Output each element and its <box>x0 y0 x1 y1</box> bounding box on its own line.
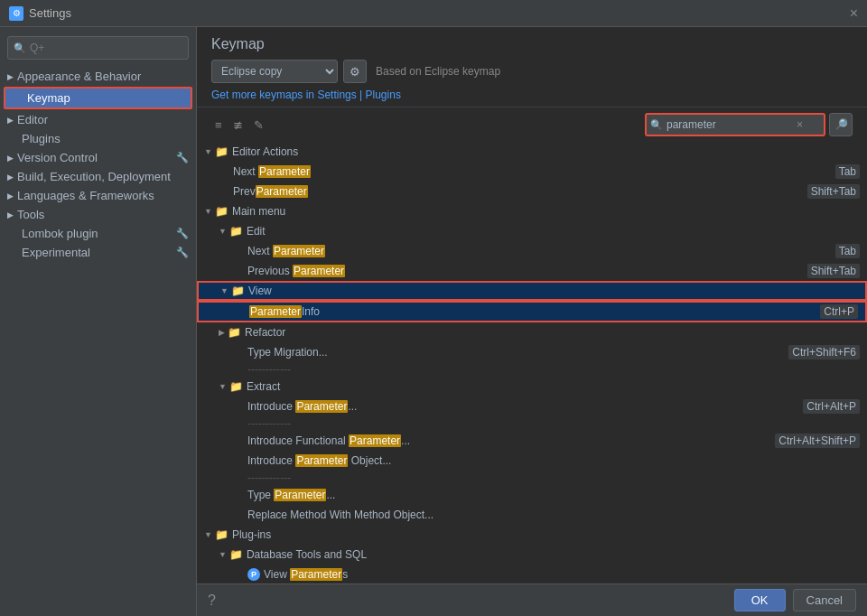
table-row[interactable]: ▶ 📁 Refactor <box>197 322 867 342</box>
sidebar-item-appearance[interactable]: ▶ Appearance & Behavior <box>0 67 196 86</box>
search-submit-button[interactable]: 🔎 <box>829 113 853 136</box>
keymap-settings-button[interactable]: ⚙ <box>343 60 367 83</box>
expand-icon: ▼ <box>204 207 212 216</box>
folder-icon: 📁 <box>229 380 243 393</box>
table-row[interactable]: ▼ 📁 Editor Actions <box>197 142 867 162</box>
tree-item-label: Introduce Functional Parameter... <box>247 434 768 447</box>
sidebar-item-tools[interactable]: ▶ Tools <box>0 205 196 224</box>
tree-item-label: Next Parameter <box>233 165 828 178</box>
title-bar: ⚙ Settings × <box>0 0 867 27</box>
table-row[interactable]: ▼ 📁 Database Tools and SQL <box>197 545 867 565</box>
highlight-span: Parameter <box>249 305 302 318</box>
folder-icon: 📁 <box>215 145 228 158</box>
sidebar-item-plugins[interactable]: Plugins <box>0 129 196 148</box>
view-group-row[interactable]: ▼ 📁 View <box>197 281 867 301</box>
main-layout: 🔍 ▶ Appearance & Behavior Keymap ▶ Edito… <box>0 27 867 616</box>
separator: ------------ <box>197 416 867 431</box>
tree-item-label: Next Parameter <box>247 245 828 257</box>
tree-item-label: Refactor <box>245 326 860 339</box>
sidebar-item-build[interactable]: ▶ Build, Execution, Deployment <box>0 167 196 186</box>
tree-item-label: Introduce Parameter Object... <box>247 454 860 467</box>
tree-item-label: ParameterInfo <box>249 305 813 318</box>
shortcut-label: Tab <box>835 164 860 179</box>
tree-item-label: View <box>248 285 858 297</box>
search-submit-icon: 🔎 <box>834 118 848 131</box>
expand-icon: ▼ <box>220 286 228 295</box>
table-row[interactable]: P View Parameters <box>197 565 867 583</box>
folder-icon: 📁 <box>215 528 228 541</box>
highlight-span: Parameter <box>274 489 326 501</box>
table-row[interactable]: Introduce Parameter Object... <box>197 451 867 471</box>
expand-icon: ▼ <box>219 227 227 236</box>
shortcut-label: Shift+Tab <box>807 264 860 278</box>
sidebar-item-label: Plugins <box>22 132 61 145</box>
search-icon: 🔍 <box>650 119 663 131</box>
dialog-footer: ? OK Cancel <box>197 583 867 616</box>
sidebar-search-input[interactable] <box>30 42 182 54</box>
close-button[interactable]: × <box>850 5 858 22</box>
table-row[interactable]: ▼ 📁 Edit <box>197 221 867 241</box>
table-row[interactable]: Introduce Parameter... Ctrl+Alt+P <box>197 397 867 416</box>
highlight-span: Parameter <box>256 185 308 198</box>
folder-icon: 📁 <box>229 548 243 561</box>
tree-item-label: Type Parameter... <box>247 489 860 501</box>
table-row[interactable]: ▼ 📁 Main menu <box>197 201 867 221</box>
help-button[interactable]: ? <box>208 593 216 609</box>
shortcut-label: Ctrl+Shift+F6 <box>788 345 860 359</box>
highlight-span: Parameter <box>295 400 348 413</box>
arrow-icon: ▶ <box>7 116 14 125</box>
sidebar-search-wrap: 🔍 <box>7 36 189 60</box>
highlight-span: Parameter <box>349 434 401 447</box>
sidebar-item-label: Lombok plugin <box>22 227 98 240</box>
highlight-span: Parameter <box>273 245 325 257</box>
table-row[interactable]: Next Parameter Tab <box>197 162 867 182</box>
shortcut-label: Shift+Tab <box>807 184 860 199</box>
based-on-label: Based on Eclipse keymap <box>376 65 500 78</box>
sidebar-item-editor[interactable]: ▶ Editor <box>0 110 196 129</box>
keymap-search-input[interactable] <box>667 118 793 131</box>
sidebar-item-experimental[interactable]: Experimental 🔧 <box>0 243 196 262</box>
table-row[interactable]: Next Parameter Tab <box>197 241 867 261</box>
get-more-keymaps-link[interactable]: Get more keymaps in Settings | Plugins <box>211 89 853 101</box>
sidebar-item-keymap[interactable]: Keymap <box>4 87 192 109</box>
table-row[interactable]: Previous Parameter Shift+Tab <box>197 261 867 281</box>
footer-buttons: OK Cancel <box>734 589 856 611</box>
arrow-icon: ▶ <box>7 173 14 182</box>
keymap-selector[interactable]: Eclipse copy <box>211 60 338 83</box>
tree-item-label: Previous Parameter <box>247 265 800 277</box>
arrow-icon: ▶ <box>7 191 14 201</box>
collapse-all-button[interactable]: ≡ <box>211 117 226 134</box>
shortcut-label: Ctrl+Alt+P <box>803 399 860 414</box>
expand-icon: ▼ <box>204 147 212 156</box>
sidebar-item-languages[interactable]: ▶ Languages & Frameworks <box>0 186 196 205</box>
sidebar-item-versioncontrol[interactable]: ▶ Version Control 🔧 <box>0 148 196 167</box>
search-clear-button[interactable]: × <box>797 118 803 131</box>
ok-button[interactable]: OK <box>734 589 786 611</box>
tree-item-label: Introduce Parameter... <box>247 400 796 413</box>
parameter-info-row[interactable]: ParameterInfo Ctrl+P <box>197 301 867 322</box>
tree-item-label: Database Tools and SQL <box>247 548 860 561</box>
table-row[interactable]: PrevParameter Shift+Tab <box>197 182 867 201</box>
table-row[interactable]: Type Parameter... <box>197 485 867 505</box>
tree-item-label: Edit <box>247 225 860 238</box>
table-row[interactable]: Replace Method With Method Object... <box>197 505 867 525</box>
highlight-span: Parameter <box>258 165 311 178</box>
keymap-tree[interactable]: ▼ 📁 Editor Actions Next Parameter Tab Pr… <box>197 142 867 583</box>
table-row[interactable]: Type Migration... Ctrl+Shift+F6 <box>197 342 867 362</box>
sidebar-item-lombok[interactable]: Lombok plugin 🔧 <box>0 224 196 243</box>
arrow-icon: ▶ <box>7 210 14 219</box>
expand-all-button[interactable]: ≢ <box>229 117 247 134</box>
highlight-span: Parameter <box>293 265 345 277</box>
separator-label: ------------ <box>247 471 291 484</box>
sidebar-item-label: Languages & Frameworks <box>17 189 154 202</box>
sidebar-item-label: Experimental <box>22 246 90 259</box>
edit-button[interactable]: ✎ <box>250 117 267 134</box>
table-row[interactable]: ▼ 📁 Extract <box>197 377 867 397</box>
window-title: Settings <box>29 6 71 20</box>
table-row[interactable]: ▼ 📁 Plug-ins <box>197 525 867 545</box>
sidebar-item-label: Keymap <box>27 91 70 105</box>
highlight-span: Parameter <box>290 568 342 581</box>
sidebar-item-label: Appearance & Behavior <box>17 70 141 83</box>
cancel-button[interactable]: Cancel <box>793 589 856 611</box>
table-row[interactable]: Introduce Functional Parameter... Ctrl+A… <box>197 431 867 451</box>
